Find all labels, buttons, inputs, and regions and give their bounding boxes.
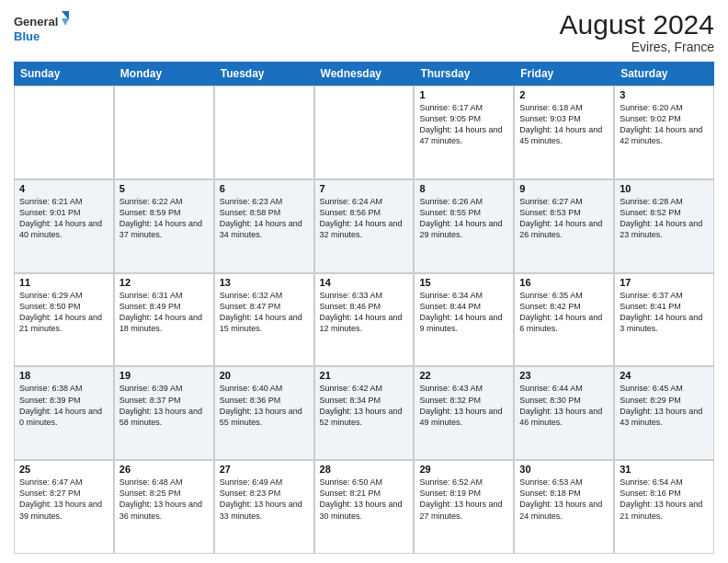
week-row-4: 25Sunrise: 6:47 AM Sunset: 8:27 PM Dayli… <box>14 460 714 554</box>
day-info: Sunrise: 6:23 AM Sunset: 8:58 PM Dayligh… <box>220 196 309 241</box>
day-cell-29: 29Sunrise: 6:52 AM Sunset: 8:19 PM Dayli… <box>414 460 514 554</box>
calendar: SundayMondayTuesdayWednesdayThursdayFrid… <box>14 62 714 554</box>
title-block: August 2024 Evires, France <box>560 9 714 54</box>
calendar-body: 1Sunrise: 6:17 AM Sunset: 9:05 PM Daylig… <box>14 86 714 554</box>
day-cell-13: 13Sunrise: 6:32 AM Sunset: 8:47 PM Dayli… <box>214 273 314 367</box>
day-info: Sunrise: 6:37 AM Sunset: 8:41 PM Dayligh… <box>620 290 709 335</box>
day-cell-3: 3Sunrise: 6:20 AM Sunset: 9:02 PM Daylig… <box>614 86 714 179</box>
day-number: 29 <box>419 464 508 475</box>
day-cell-11: 11Sunrise: 6:29 AM Sunset: 8:50 PM Dayli… <box>14 273 114 367</box>
day-cell-23: 23Sunrise: 6:44 AM Sunset: 8:30 PM Dayli… <box>514 366 614 460</box>
day-cell-15: 15Sunrise: 6:34 AM Sunset: 8:44 PM Dayli… <box>414 273 514 367</box>
day-cell-26: 26Sunrise: 6:48 AM Sunset: 8:25 PM Dayli… <box>114 460 214 554</box>
day-info: Sunrise: 6:40 AM Sunset: 8:36 PM Dayligh… <box>220 383 309 428</box>
day-number: 30 <box>519 464 609 475</box>
day-info: Sunrise: 6:24 AM Sunset: 8:56 PM Dayligh… <box>320 196 409 241</box>
day-cell-14: 14Sunrise: 6:33 AM Sunset: 8:46 PM Dayli… <box>314 273 415 367</box>
day-cell-12: 12Sunrise: 6:31 AM Sunset: 8:49 PM Dayli… <box>114 273 214 367</box>
day-info: Sunrise: 6:50 AM Sunset: 8:21 PM Dayligh… <box>320 477 409 522</box>
day-cell-6: 6Sunrise: 6:23 AM Sunset: 8:58 PM Daylig… <box>214 179 314 273</box>
day-cell-7: 7Sunrise: 6:24 AM Sunset: 8:56 PM Daylig… <box>314 179 415 273</box>
empty-cell <box>114 86 214 179</box>
day-number: 16 <box>519 277 609 288</box>
day-number: 11 <box>19 277 108 288</box>
day-number: 21 <box>320 370 409 381</box>
day-number: 5 <box>119 183 209 194</box>
day-cell-27: 27Sunrise: 6:49 AM Sunset: 8:23 PM Dayli… <box>214 460 314 554</box>
day-info: Sunrise: 6:21 AM Sunset: 9:01 PM Dayligh… <box>19 196 108 241</box>
day-info: Sunrise: 6:34 AM Sunset: 8:44 PM Dayligh… <box>419 290 508 335</box>
header-day-wednesday: Wednesday <box>314 62 415 86</box>
day-info: Sunrise: 6:52 AM Sunset: 8:19 PM Dayligh… <box>419 477 508 522</box>
day-info: Sunrise: 6:22 AM Sunset: 8:59 PM Dayligh… <box>119 196 209 241</box>
day-number: 4 <box>19 183 108 194</box>
day-number: 22 <box>419 370 508 381</box>
day-number: 18 <box>19 370 108 381</box>
day-info: Sunrise: 6:27 AM Sunset: 8:53 PM Dayligh… <box>519 196 609 241</box>
header: General Blue August 2024 Evires, France <box>14 9 714 54</box>
day-cell-20: 20Sunrise: 6:40 AM Sunset: 8:36 PM Dayli… <box>214 366 314 460</box>
day-info: Sunrise: 6:31 AM Sunset: 8:49 PM Dayligh… <box>119 290 209 335</box>
day-cell-28: 28Sunrise: 6:50 AM Sunset: 8:21 PM Dayli… <box>314 460 415 554</box>
day-number: 3 <box>620 89 709 100</box>
day-info: Sunrise: 6:45 AM Sunset: 8:29 PM Dayligh… <box>620 383 709 428</box>
header-day-friday: Friday <box>514 62 614 86</box>
week-row-3: 18Sunrise: 6:38 AM Sunset: 8:39 PM Dayli… <box>14 366 714 460</box>
month-year: August 2024 <box>560 9 714 40</box>
day-number: 28 <box>320 464 409 475</box>
day-info: Sunrise: 6:49 AM Sunset: 8:23 PM Dayligh… <box>220 477 309 522</box>
day-cell-1: 1Sunrise: 6:17 AM Sunset: 9:05 PM Daylig… <box>414 86 514 179</box>
day-cell-8: 8Sunrise: 6:26 AM Sunset: 8:55 PM Daylig… <box>414 179 514 273</box>
day-info: Sunrise: 6:39 AM Sunset: 8:37 PM Dayligh… <box>119 383 209 428</box>
day-number: 17 <box>620 277 709 288</box>
location: Evires, France <box>560 40 714 54</box>
day-cell-5: 5Sunrise: 6:22 AM Sunset: 8:59 PM Daylig… <box>114 179 214 273</box>
day-number: 25 <box>19 464 108 475</box>
header-day-thursday: Thursday <box>414 62 514 86</box>
day-cell-4: 4Sunrise: 6:21 AM Sunset: 9:01 PM Daylig… <box>14 179 114 273</box>
day-info: Sunrise: 6:20 AM Sunset: 9:02 PM Dayligh… <box>620 102 709 147</box>
day-number: 9 <box>519 183 609 194</box>
day-number: 26 <box>119 464 209 475</box>
empty-cell <box>214 86 314 179</box>
day-info: Sunrise: 6:38 AM Sunset: 8:39 PM Dayligh… <box>19 383 108 428</box>
day-number: 27 <box>220 464 309 475</box>
day-info: Sunrise: 6:26 AM Sunset: 8:55 PM Dayligh… <box>419 196 508 241</box>
day-cell-17: 17Sunrise: 6:37 AM Sunset: 8:41 PM Dayli… <box>614 273 714 367</box>
week-row-1: 4Sunrise: 6:21 AM Sunset: 9:01 PM Daylig… <box>14 179 714 273</box>
day-number: 31 <box>620 464 709 475</box>
logo: General Blue <box>14 9 69 46</box>
day-number: 20 <box>220 370 309 381</box>
day-info: Sunrise: 6:28 AM Sunset: 8:52 PM Dayligh… <box>620 196 709 241</box>
svg-text:General: General <box>14 15 58 29</box>
day-number: 24 <box>620 370 709 381</box>
calendar-header: SundayMondayTuesdayWednesdayThursdayFrid… <box>14 62 714 86</box>
day-info: Sunrise: 6:29 AM Sunset: 8:50 PM Dayligh… <box>19 290 108 335</box>
day-number: 12 <box>119 277 209 288</box>
day-info: Sunrise: 6:53 AM Sunset: 8:18 PM Dayligh… <box>519 477 609 522</box>
header-day-sunday: Sunday <box>14 62 114 86</box>
day-cell-18: 18Sunrise: 6:38 AM Sunset: 8:39 PM Dayli… <box>14 366 114 460</box>
week-row-2: 11Sunrise: 6:29 AM Sunset: 8:50 PM Dayli… <box>14 273 714 367</box>
day-cell-10: 10Sunrise: 6:28 AM Sunset: 8:52 PM Dayli… <box>614 179 714 273</box>
header-day-tuesday: Tuesday <box>214 62 314 86</box>
day-info: Sunrise: 6:33 AM Sunset: 8:46 PM Dayligh… <box>320 290 409 335</box>
day-info: Sunrise: 6:44 AM Sunset: 8:30 PM Dayligh… <box>519 383 609 428</box>
day-number: 7 <box>320 183 409 194</box>
page: General Blue August 2024 Evires, France … <box>0 0 728 563</box>
day-cell-19: 19Sunrise: 6:39 AM Sunset: 8:37 PM Dayli… <box>114 366 214 460</box>
svg-text:Blue: Blue <box>14 29 40 43</box>
day-info: Sunrise: 6:42 AM Sunset: 8:34 PM Dayligh… <box>320 383 409 428</box>
day-number: 2 <box>519 89 609 100</box>
day-info: Sunrise: 6:48 AM Sunset: 8:25 PM Dayligh… <box>119 477 209 522</box>
day-number: 23 <box>519 370 609 381</box>
day-number: 6 <box>220 183 309 194</box>
day-cell-31: 31Sunrise: 6:54 AM Sunset: 8:16 PM Dayli… <box>614 460 714 554</box>
day-cell-21: 21Sunrise: 6:42 AM Sunset: 8:34 PM Dayli… <box>314 366 415 460</box>
day-number: 15 <box>419 277 508 288</box>
day-number: 19 <box>119 370 209 381</box>
empty-cell <box>14 86 114 179</box>
week-row-0: 1Sunrise: 6:17 AM Sunset: 9:05 PM Daylig… <box>14 86 714 179</box>
day-number: 14 <box>320 277 409 288</box>
day-cell-16: 16Sunrise: 6:35 AM Sunset: 8:42 PM Dayli… <box>514 273 614 367</box>
